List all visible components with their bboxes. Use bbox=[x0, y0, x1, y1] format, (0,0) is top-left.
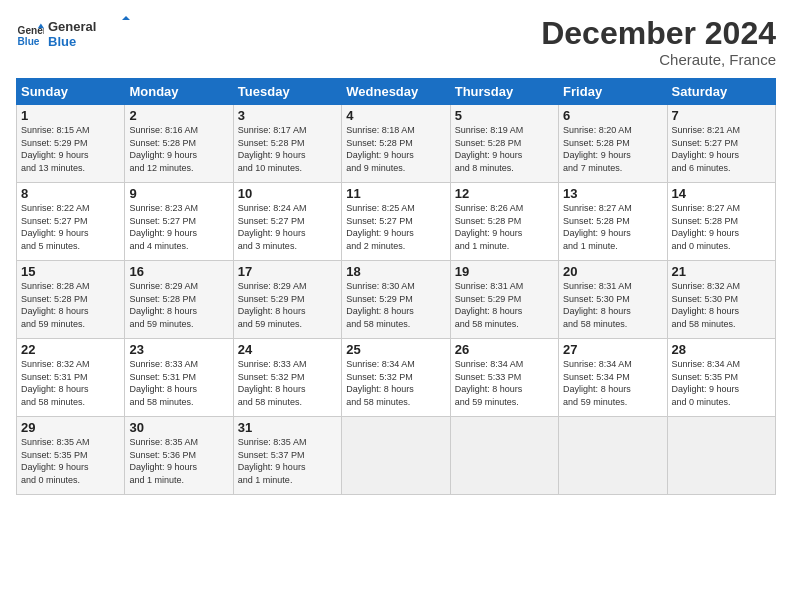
calendar-cell: 3Sunrise: 8:17 AM Sunset: 5:28 PM Daylig… bbox=[233, 105, 341, 183]
day-number: 14 bbox=[672, 186, 771, 201]
day-number: 31 bbox=[238, 420, 337, 435]
day-info: Sunrise: 8:27 AM Sunset: 5:28 PM Dayligh… bbox=[672, 202, 771, 252]
day-info: Sunrise: 8:29 AM Sunset: 5:29 PM Dayligh… bbox=[238, 280, 337, 330]
day-number: 3 bbox=[238, 108, 337, 123]
day-info: Sunrise: 8:24 AM Sunset: 5:27 PM Dayligh… bbox=[238, 202, 337, 252]
day-number: 2 bbox=[129, 108, 228, 123]
day-number: 4 bbox=[346, 108, 445, 123]
day-number: 6 bbox=[563, 108, 662, 123]
day-info: Sunrise: 8:34 AM Sunset: 5:33 PM Dayligh… bbox=[455, 358, 554, 408]
calendar-cell: 11Sunrise: 8:25 AM Sunset: 5:27 PM Dayli… bbox=[342, 183, 450, 261]
day-info: Sunrise: 8:35 AM Sunset: 5:35 PM Dayligh… bbox=[21, 436, 120, 486]
day-number: 22 bbox=[21, 342, 120, 357]
table-row: 15Sunrise: 8:28 AM Sunset: 5:28 PM Dayli… bbox=[17, 261, 776, 339]
day-info: Sunrise: 8:23 AM Sunset: 5:27 PM Dayligh… bbox=[129, 202, 228, 252]
day-info: Sunrise: 8:34 AM Sunset: 5:34 PM Dayligh… bbox=[563, 358, 662, 408]
table-row: 29Sunrise: 8:35 AM Sunset: 5:35 PM Dayli… bbox=[17, 417, 776, 495]
day-number: 12 bbox=[455, 186, 554, 201]
calendar-cell: 12Sunrise: 8:26 AM Sunset: 5:28 PM Dayli… bbox=[450, 183, 558, 261]
day-info: Sunrise: 8:26 AM Sunset: 5:28 PM Dayligh… bbox=[455, 202, 554, 252]
day-info: Sunrise: 8:31 AM Sunset: 5:30 PM Dayligh… bbox=[563, 280, 662, 330]
day-number: 15 bbox=[21, 264, 120, 279]
day-number: 13 bbox=[563, 186, 662, 201]
logo-text: General Blue bbox=[48, 16, 138, 56]
calendar-cell: 31Sunrise: 8:35 AM Sunset: 5:37 PM Dayli… bbox=[233, 417, 341, 495]
logo-icon: General Blue bbox=[16, 22, 44, 50]
day-number: 23 bbox=[129, 342, 228, 357]
day-info: Sunrise: 8:30 AM Sunset: 5:29 PM Dayligh… bbox=[346, 280, 445, 330]
calendar-table: Sunday Monday Tuesday Wednesday Thursday… bbox=[16, 78, 776, 495]
day-info: Sunrise: 8:25 AM Sunset: 5:27 PM Dayligh… bbox=[346, 202, 445, 252]
calendar-cell bbox=[559, 417, 667, 495]
day-info: Sunrise: 8:33 AM Sunset: 5:32 PM Dayligh… bbox=[238, 358, 337, 408]
location: Cheraute, France bbox=[541, 51, 776, 68]
calendar-cell: 1Sunrise: 8:15 AM Sunset: 5:29 PM Daylig… bbox=[17, 105, 125, 183]
table-row: 1Sunrise: 8:15 AM Sunset: 5:29 PM Daylig… bbox=[17, 105, 776, 183]
day-info: Sunrise: 8:35 AM Sunset: 5:36 PM Dayligh… bbox=[129, 436, 228, 486]
day-number: 28 bbox=[672, 342, 771, 357]
calendar-cell: 8Sunrise: 8:22 AM Sunset: 5:27 PM Daylig… bbox=[17, 183, 125, 261]
col-wednesday: Wednesday bbox=[342, 79, 450, 105]
col-tuesday: Tuesday bbox=[233, 79, 341, 105]
header: General Blue General Blue December 2024 … bbox=[16, 16, 776, 68]
calendar-cell: 28Sunrise: 8:34 AM Sunset: 5:35 PM Dayli… bbox=[667, 339, 775, 417]
logo: General Blue General Blue bbox=[16, 16, 138, 56]
table-row: 8Sunrise: 8:22 AM Sunset: 5:27 PM Daylig… bbox=[17, 183, 776, 261]
day-number: 27 bbox=[563, 342, 662, 357]
day-number: 17 bbox=[238, 264, 337, 279]
col-saturday: Saturday bbox=[667, 79, 775, 105]
calendar-cell bbox=[342, 417, 450, 495]
day-number: 29 bbox=[21, 420, 120, 435]
day-info: Sunrise: 8:33 AM Sunset: 5:31 PM Dayligh… bbox=[129, 358, 228, 408]
day-info: Sunrise: 8:17 AM Sunset: 5:28 PM Dayligh… bbox=[238, 124, 337, 174]
day-info: Sunrise: 8:16 AM Sunset: 5:28 PM Dayligh… bbox=[129, 124, 228, 174]
col-sunday: Sunday bbox=[17, 79, 125, 105]
day-info: Sunrise: 8:20 AM Sunset: 5:28 PM Dayligh… bbox=[563, 124, 662, 174]
day-info: Sunrise: 8:27 AM Sunset: 5:28 PM Dayligh… bbox=[563, 202, 662, 252]
calendar-cell: 4Sunrise: 8:18 AM Sunset: 5:28 PM Daylig… bbox=[342, 105, 450, 183]
calendar-cell: 9Sunrise: 8:23 AM Sunset: 5:27 PM Daylig… bbox=[125, 183, 233, 261]
month-title: December 2024 bbox=[541, 16, 776, 51]
day-number: 25 bbox=[346, 342, 445, 357]
day-info: Sunrise: 8:34 AM Sunset: 5:35 PM Dayligh… bbox=[672, 358, 771, 408]
svg-text:Blue: Blue bbox=[48, 34, 76, 49]
day-number: 18 bbox=[346, 264, 445, 279]
title-block: December 2024 Cheraute, France bbox=[541, 16, 776, 68]
svg-text:Blue: Blue bbox=[18, 36, 40, 47]
calendar-cell: 16Sunrise: 8:29 AM Sunset: 5:28 PM Dayli… bbox=[125, 261, 233, 339]
calendar-cell: 6Sunrise: 8:20 AM Sunset: 5:28 PM Daylig… bbox=[559, 105, 667, 183]
calendar-cell: 26Sunrise: 8:34 AM Sunset: 5:33 PM Dayli… bbox=[450, 339, 558, 417]
calendar-cell: 18Sunrise: 8:30 AM Sunset: 5:29 PM Dayli… bbox=[342, 261, 450, 339]
day-number: 16 bbox=[129, 264, 228, 279]
day-info: Sunrise: 8:35 AM Sunset: 5:37 PM Dayligh… bbox=[238, 436, 337, 486]
calendar-cell: 21Sunrise: 8:32 AM Sunset: 5:30 PM Dayli… bbox=[667, 261, 775, 339]
calendar-cell: 5Sunrise: 8:19 AM Sunset: 5:28 PM Daylig… bbox=[450, 105, 558, 183]
calendar-cell: 7Sunrise: 8:21 AM Sunset: 5:27 PM Daylig… bbox=[667, 105, 775, 183]
calendar-cell bbox=[667, 417, 775, 495]
day-info: Sunrise: 8:31 AM Sunset: 5:29 PM Dayligh… bbox=[455, 280, 554, 330]
header-row: Sunday Monday Tuesday Wednesday Thursday… bbox=[17, 79, 776, 105]
col-friday: Friday bbox=[559, 79, 667, 105]
calendar-cell: 13Sunrise: 8:27 AM Sunset: 5:28 PM Dayli… bbox=[559, 183, 667, 261]
day-info: Sunrise: 8:29 AM Sunset: 5:28 PM Dayligh… bbox=[129, 280, 228, 330]
calendar-cell: 25Sunrise: 8:34 AM Sunset: 5:32 PM Dayli… bbox=[342, 339, 450, 417]
calendar-cell: 22Sunrise: 8:32 AM Sunset: 5:31 PM Dayli… bbox=[17, 339, 125, 417]
calendar-cell: 23Sunrise: 8:33 AM Sunset: 5:31 PM Dayli… bbox=[125, 339, 233, 417]
day-number: 19 bbox=[455, 264, 554, 279]
calendar-cell: 24Sunrise: 8:33 AM Sunset: 5:32 PM Dayli… bbox=[233, 339, 341, 417]
day-number: 9 bbox=[129, 186, 228, 201]
day-number: 30 bbox=[129, 420, 228, 435]
calendar-cell: 10Sunrise: 8:24 AM Sunset: 5:27 PM Dayli… bbox=[233, 183, 341, 261]
day-info: Sunrise: 8:32 AM Sunset: 5:30 PM Dayligh… bbox=[672, 280, 771, 330]
day-number: 11 bbox=[346, 186, 445, 201]
day-number: 26 bbox=[455, 342, 554, 357]
day-info: Sunrise: 8:18 AM Sunset: 5:28 PM Dayligh… bbox=[346, 124, 445, 174]
calendar-cell: 29Sunrise: 8:35 AM Sunset: 5:35 PM Dayli… bbox=[17, 417, 125, 495]
calendar-cell: 17Sunrise: 8:29 AM Sunset: 5:29 PM Dayli… bbox=[233, 261, 341, 339]
day-info: Sunrise: 8:15 AM Sunset: 5:29 PM Dayligh… bbox=[21, 124, 120, 174]
day-info: Sunrise: 8:22 AM Sunset: 5:27 PM Dayligh… bbox=[21, 202, 120, 252]
day-number: 1 bbox=[21, 108, 120, 123]
calendar-cell: 27Sunrise: 8:34 AM Sunset: 5:34 PM Dayli… bbox=[559, 339, 667, 417]
svg-marker-6 bbox=[122, 16, 130, 20]
day-info: Sunrise: 8:28 AM Sunset: 5:28 PM Dayligh… bbox=[21, 280, 120, 330]
